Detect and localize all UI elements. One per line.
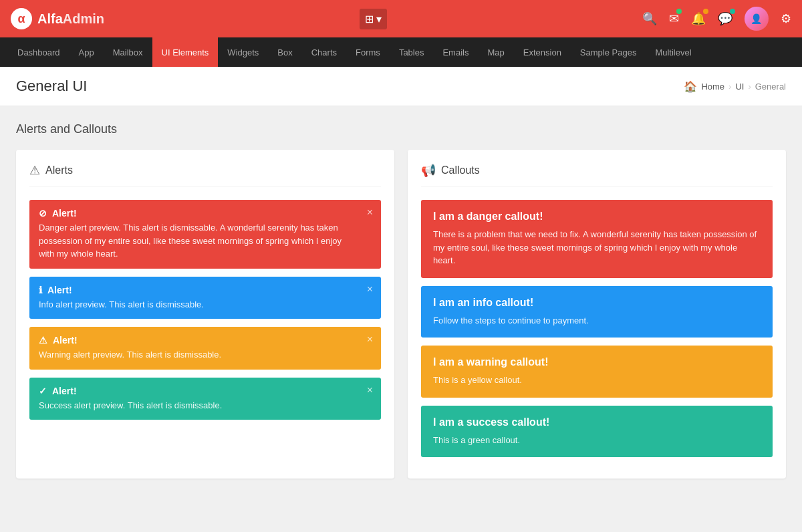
top-nav-center: ⊞ ▾ [360,9,387,29]
home-icon: 🏠 [684,80,697,93]
alert-danger-close[interactable]: × [367,207,373,219]
callout-danger: I am a danger callout! There is a proble… [421,200,773,278]
section-title: Alerts and Callouts [16,122,786,136]
alert-success-close[interactable]: × [367,384,373,396]
alert-info: ℹ Alert! Info alert preview. This alert … [29,277,381,319]
chat-button[interactable]: 💬 [718,11,732,26]
breadcrumb-sep-2: › [748,82,751,92]
breadcrumb-home[interactable]: Home [701,82,724,92]
alerts-panel: ⚠ Alerts ⊘ Alert! Danger alert preview. … [16,150,394,479]
alert-warning-close[interactable]: × [367,334,373,346]
page-header: General UI 🏠 Home › UI › General [0,67,802,106]
bell-icon: 🔔 [691,12,706,25]
callout-success: I am a success callout! This is a green … [421,406,773,458]
alert-success-body: Success alert preview. This alert is dis… [39,399,357,412]
alerts-panel-icon: ⚠ [29,163,40,178]
nav-item-sample-pages[interactable]: Sample Pages [571,37,646,67]
callouts-panel-title: Callouts [441,164,480,176]
alert-danger: ⊘ Alert! Danger alert preview. This aler… [29,200,381,269]
main-nav: Dashboard App Mailbox UI Elements Widget… [0,37,802,67]
callouts-panel-header: 📢 Callouts [421,163,773,186]
email-button[interactable]: ✉ [669,11,679,26]
nav-item-map[interactable]: Map [478,37,513,67]
alert-danger-icon: ⊘ [39,208,47,219]
alert-success: ✓ Alert! Success alert preview. This ale… [29,378,381,420]
grid-menu-button[interactable]: ⊞ ▾ [360,9,387,29]
alert-warning-title: ⚠ Alert! [39,335,357,346]
callout-warning-body: This is a yellow callout. [433,374,761,387]
alert-success-title: ✓ Alert! [39,386,357,396]
search-icon: 🔍 [642,12,657,25]
alerts-panel-title: Alerts [45,164,73,176]
nav-item-forms[interactable]: Forms [346,37,390,67]
top-nav: α AlfaAdmin ⊞ ▾ 🔍 ✉ 🔔 💬 👤 ⚙ [0,0,802,37]
nav-item-box[interactable]: Box [268,37,301,67]
grid-chevron-icon: ▾ [376,13,382,25]
brand: α AlfaAdmin [11,8,104,29]
callout-danger-title: I am a danger callout! [433,211,761,223]
callout-danger-body: There is a problem that we need to fix. … [433,228,761,267]
breadcrumb: 🏠 Home › UI › General [684,80,786,93]
alert-info-close[interactable]: × [367,283,373,295]
chat-icon: 💬 [718,12,732,25]
nav-item-tables[interactable]: Tables [390,37,434,67]
callout-warning: I am a warning callout! This is a yellow… [421,346,773,398]
callouts-panel-icon: 📢 [421,163,436,178]
breadcrumb-ui[interactable]: UI [735,82,744,92]
alert-warning-icon: ⚠ [39,335,47,346]
nav-item-dashboard[interactable]: Dashboard [8,37,70,67]
breadcrumb-current: General [755,82,786,92]
alert-info-body: Info alert preview. This alert is dismis… [39,298,357,311]
gear-icon: ⚙ [781,12,791,25]
nav-item-emails[interactable]: Emails [433,37,478,67]
nav-item-app[interactable]: App [70,37,104,67]
alert-info-title: ℹ Alert! [39,285,357,295]
callout-info-title: I am an info callout! [433,297,761,309]
page-title: General UI [16,78,87,95]
alert-info-icon: ℹ [39,285,42,295]
callout-success-body: This is a green callout. [433,434,761,447]
chat-badge [730,9,735,14]
settings-button[interactable]: ⚙ [781,11,791,26]
alert-warning: ⚠ Alert! Warning alert preview. This ale… [29,327,381,370]
callout-warning-title: I am a warning callout! [433,356,761,368]
callouts-panel: 📢 Callouts I am a danger callout! There … [408,150,786,479]
alert-danger-body: Danger alert preview. This alert is dism… [39,221,357,261]
alert-warning-body: Warning alert preview. This alert is dis… [39,348,357,362]
nav-item-multilevel[interactable]: Multilevel [646,37,700,67]
panels: ⚠ Alerts ⊘ Alert! Danger alert preview. … [16,150,786,479]
callout-info-body: Follow the steps to continue to payment. [433,314,761,327]
nav-item-widgets[interactable]: Widgets [218,37,268,67]
top-nav-right: 🔍 ✉ 🔔 💬 👤 ⚙ [642,7,791,31]
avatar[interactable]: 👤 [745,7,769,31]
alerts-panel-header: ⚠ Alerts [29,163,381,186]
alert-success-icon: ✓ [39,386,47,396]
brand-name: AlfaAdmin [37,11,104,27]
callout-success-title: I am a success callout! [433,416,761,428]
bell-button[interactable]: 🔔 [691,11,706,26]
content: Alerts and Callouts ⚠ Alerts ⊘ Alert! Da… [0,106,802,495]
email-icon: ✉ [669,12,679,25]
nav-item-ui-elements[interactable]: UI Elements [152,37,219,67]
grid-icon: ⊞ [365,13,374,25]
brand-logo: α [11,8,32,29]
nav-item-charts[interactable]: Charts [302,37,346,67]
callout-info: I am an info callout! Follow the steps t… [421,286,773,338]
bell-badge [703,9,708,14]
breadcrumb-sep-1: › [728,82,731,92]
nav-item-extension[interactable]: Extension [514,37,571,67]
nav-item-mailbox[interactable]: Mailbox [104,37,152,67]
email-badge [676,9,682,14]
alert-danger-title: ⊘ Alert! [39,208,357,219]
search-button[interactable]: 🔍 [642,11,657,26]
